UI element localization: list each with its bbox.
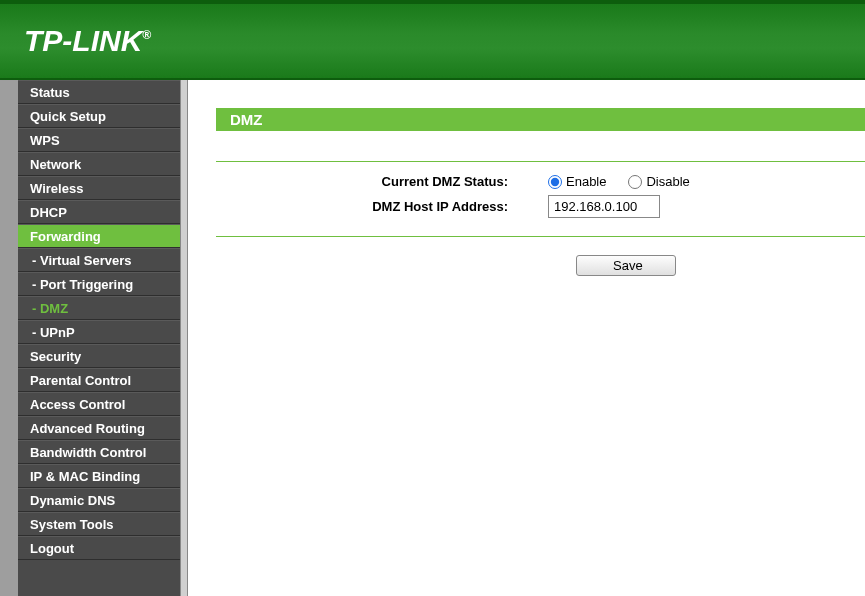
header: TP-LINK® [0, 0, 865, 80]
sidebar: StatusQuick SetupWPSNetworkWirelessDHCPF… [18, 80, 180, 596]
sidebar-item-forwarding[interactable]: Forwarding [18, 224, 180, 248]
sidebar-item-ip-mac-binding[interactable]: IP & MAC Binding [18, 464, 180, 488]
sidebar-item-access-control[interactable]: Access Control [18, 392, 180, 416]
container: StatusQuick SetupWPSNetworkWirelessDHCPF… [0, 80, 865, 596]
row-dmz-status: Current DMZ Status: Enable Disable [216, 174, 865, 189]
field-dmz-host [516, 195, 865, 218]
sidebar-item-dmz[interactable]: - DMZ [18, 296, 180, 320]
sidebar-item-system-tools[interactable]: System Tools [18, 512, 180, 536]
sidebar-item-virtual-servers[interactable]: - Virtual Servers [18, 248, 180, 272]
content: DMZ Current DMZ Status: Enable Disable D… [188, 80, 865, 596]
sidebar-item-bandwidth-control[interactable]: Bandwidth Control [18, 440, 180, 464]
save-button[interactable]: Save [576, 255, 676, 276]
label-dmz-host: DMZ Host IP Address: [216, 199, 516, 214]
sidebar-item-dynamic-dns[interactable]: Dynamic DNS [18, 488, 180, 512]
separator-top [216, 161, 865, 162]
button-row: Save [216, 255, 865, 276]
radio-disable-wrap[interactable]: Disable [628, 174, 689, 189]
sidebar-item-dhcp[interactable]: DHCP [18, 200, 180, 224]
row-dmz-host: DMZ Host IP Address: [216, 195, 865, 218]
vertical-divider [180, 80, 188, 596]
separator-bottom [216, 236, 865, 237]
page-title: DMZ [216, 108, 865, 131]
sidebar-item-quick-setup[interactable]: Quick Setup [18, 104, 180, 128]
radio-enable[interactable] [548, 175, 562, 189]
brand-logo: TP-LINK® [24, 24, 151, 58]
content-pane: DMZ Current DMZ Status: Enable Disable D… [216, 108, 865, 276]
brand-registered: ® [142, 28, 151, 42]
radio-enable-label: Enable [566, 174, 606, 189]
left-gutter [0, 80, 18, 596]
sidebar-item-wireless[interactable]: Wireless [18, 176, 180, 200]
brand-text: TP-LINK [24, 24, 142, 57]
sidebar-item-parental-control[interactable]: Parental Control [18, 368, 180, 392]
sidebar-item-advanced-routing[interactable]: Advanced Routing [18, 416, 180, 440]
sidebar-item-upnp[interactable]: - UPnP [18, 320, 180, 344]
sidebar-item-security[interactable]: Security [18, 344, 180, 368]
sidebar-item-status[interactable]: Status [18, 80, 180, 104]
input-dmz-host-ip[interactable] [548, 195, 660, 218]
sidebar-item-port-triggering[interactable]: - Port Triggering [18, 272, 180, 296]
radio-disable[interactable] [628, 175, 642, 189]
sidebar-item-wps[interactable]: WPS [18, 128, 180, 152]
sidebar-item-logout[interactable]: Logout [18, 536, 180, 560]
label-dmz-status: Current DMZ Status: [216, 174, 516, 189]
radio-disable-label: Disable [646, 174, 689, 189]
radio-enable-wrap[interactable]: Enable [548, 174, 606, 189]
sidebar-item-network[interactable]: Network [18, 152, 180, 176]
field-dmz-status: Enable Disable [516, 174, 865, 189]
